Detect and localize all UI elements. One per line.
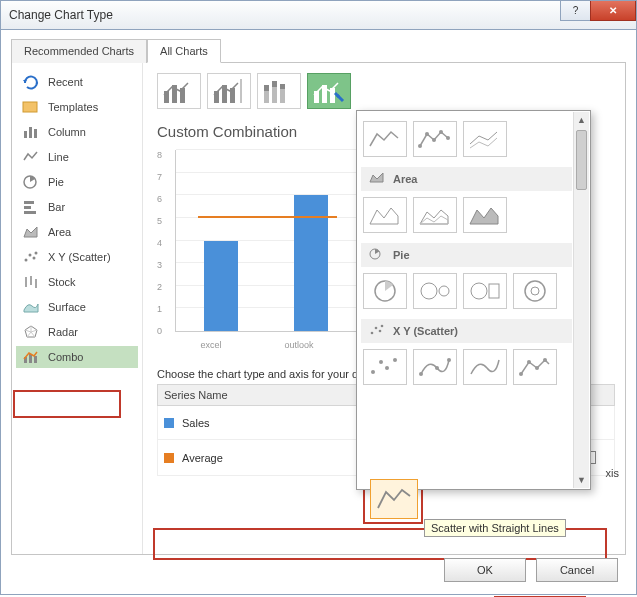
sidebar-item-label: Radar [48,326,78,338]
column-icon [22,125,40,139]
scatter-icon [22,250,40,264]
dd-thumb-line-1[interactable] [363,121,407,157]
svg-point-57 [447,358,451,362]
help-button[interactable]: ? [560,1,590,21]
dd-thumb-area-3[interactable] [463,197,507,233]
dd-group-scatter: X Y (Scatter) [361,319,572,343]
sidebar-item-label: Area [48,226,71,238]
area-icon [22,225,40,239]
svg-rect-25 [264,91,269,103]
area-icon [369,172,385,186]
svg-point-42 [439,286,449,296]
sidebar-item-surface[interactable]: Surface [16,296,138,318]
cancel-button[interactable]: Cancel [536,558,618,582]
svg-point-60 [535,366,539,370]
dropdown-scrollbar[interactable]: ▲ ▼ [573,112,589,488]
svg-rect-26 [264,85,269,91]
sidebar-item-bar[interactable]: Bar [16,196,138,218]
line-icon [22,150,40,164]
xlabel-outlook: outlook [277,340,321,350]
dd-thumb-scatter-straight-lines[interactable] [370,479,418,519]
sidebar-item-area[interactable]: Area [16,221,138,243]
svg-rect-29 [280,89,285,103]
sidebar-item-scatter[interactable]: X Y (Scatter) [16,246,138,268]
svg-point-49 [379,330,382,333]
dialog-footer: OK Cancel [444,558,618,582]
dd-thumb-pie-2[interactable] [413,273,457,309]
svg-point-54 [393,358,397,362]
preview-chart: 0 1 2 3 4 5 6 7 8 excel outlook [157,146,367,356]
bar-icon [22,200,40,214]
svg-rect-17 [34,356,37,363]
dd-thumb-pie-4[interactable] [513,273,557,309]
dd-thumb-pie-3[interactable] [463,273,507,309]
scroll-up-icon[interactable]: ▲ [574,112,589,128]
dd-group-pie-thumbs [361,267,572,315]
sidebar-item-line[interactable]: Line [16,146,138,168]
dd-thumb-scatter-1[interactable] [363,349,407,385]
svg-point-48 [375,327,378,330]
dd-thumb-pie-1[interactable] [363,273,407,309]
svg-point-35 [425,132,429,136]
scroll-thumb[interactable] [576,130,587,190]
svg-point-59 [527,360,531,364]
tab-all-charts[interactable]: All Charts [147,39,221,63]
svg-point-52 [379,360,383,364]
sidebar-item-recent[interactable]: Recent [16,71,138,93]
svg-point-36 [432,138,436,142]
combo-subtype-3[interactable] [257,73,301,109]
sidebar-item-combo[interactable]: Combo [16,346,138,368]
plot-area [175,150,367,332]
svg-point-37 [439,130,443,134]
svg-rect-2 [29,127,32,138]
sidebar-item-radar[interactable]: Radar [16,321,138,343]
close-button[interactable]: ✕ [590,1,636,21]
ok-button[interactable]: OK [444,558,526,582]
svg-point-51 [371,370,375,374]
sidebar-item-label: Line [48,151,69,163]
stock-icon [22,275,40,289]
svg-point-58 [519,372,523,376]
sidebar-item-label: Stock [48,276,76,288]
dd-thumb-area-1[interactable] [363,197,407,233]
svg-rect-28 [272,81,277,87]
svg-point-38 [446,136,450,140]
svg-point-10 [33,257,36,260]
combo-subtype-1[interactable] [157,73,201,109]
sidebar-item-column[interactable]: Column [16,121,138,143]
radar-icon [22,325,40,339]
chart-type-dropdown: Area Pie X Y (Scatter) [356,110,591,490]
sidebar-item-templates[interactable]: Templates [16,96,138,118]
svg-rect-30 [280,84,285,89]
svg-point-53 [385,366,389,370]
tab-strip: Recommended Charts All Charts [11,38,626,63]
sidebar-item-label: X Y (Scatter) [48,251,111,263]
dd-thumb-scatter-2[interactable] [413,349,457,385]
dd-thumb-scatter-4[interactable] [513,349,557,385]
scroll-down-icon[interactable]: ▼ [574,472,589,488]
tab-recommended[interactable]: Recommended Charts [11,39,147,63]
series-swatch [164,418,174,428]
dd-thumb-scatter-3[interactable] [463,349,507,385]
surface-icon [22,300,40,314]
templates-icon [22,100,40,114]
window-title: Change Chart Type [9,8,113,22]
dd-thumb-area-2[interactable] [413,197,457,233]
sidebar-item-label: Surface [48,301,86,313]
combo-subtype-custom[interactable] [307,73,351,109]
svg-point-55 [419,372,423,376]
dd-thumb-line-2[interactable] [413,121,457,157]
series-header-name: Series Name [158,389,368,401]
window-buttons: ? ✕ [560,1,636,21]
dd-thumb-line-3[interactable] [463,121,507,157]
title-bar: Change Chart Type ? ✕ [0,0,637,30]
svg-rect-44 [489,284,499,298]
combo-subtype-2[interactable] [207,73,251,109]
sidebar-item-pie[interactable]: Pie [16,171,138,193]
recent-icon [22,75,40,89]
sidebar-item-label: Templates [48,101,98,113]
sidebar-item-stock[interactable]: Stock [16,271,138,293]
dd-group-label: Area [393,173,417,185]
svg-rect-0 [23,102,37,112]
svg-point-34 [418,144,422,148]
